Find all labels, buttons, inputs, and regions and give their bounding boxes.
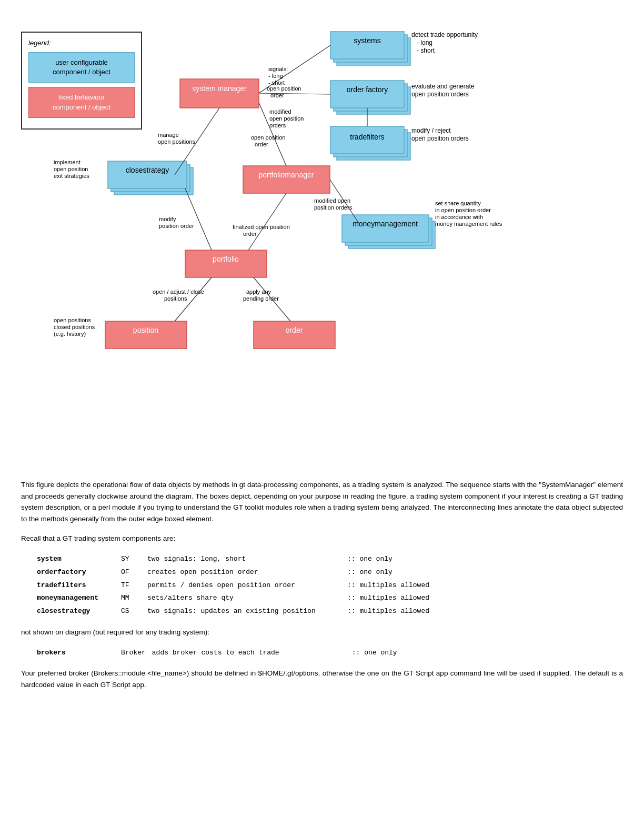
svg-text:modify / reject: modify / reject	[411, 127, 451, 134]
svg-text:- long: - long	[268, 73, 283, 79]
diagram-area: legend: user configurablecomponent / obj…	[11, 11, 633, 463]
page: legend: user configurablecomponent / obj…	[0, 0, 644, 834]
svg-text:open / adjust / close: open / adjust / close	[153, 289, 204, 295]
component-abbr: OF	[121, 566, 147, 579]
component-row: system SY two signals: long, short :: on…	[37, 553, 436, 566]
svg-text:detect trade opportunity: detect trade opportunity	[411, 31, 478, 38]
svg-text:position orders: position orders	[314, 204, 353, 211]
recall-section: Recall that a GT trading system componen…	[21, 533, 623, 618]
svg-text:open positions: open positions	[158, 138, 195, 145]
svg-rect-9	[330, 81, 404, 108]
svg-text:portfolio: portfolio	[213, 255, 239, 263]
component-row: closestrategy CS two signals: updates an…	[37, 605, 436, 618]
brokers-table: brokers Broker adds broker costs to each…	[37, 647, 404, 660]
svg-text:position: position	[133, 326, 158, 334]
broker-abbr: Broker	[121, 647, 152, 660]
svg-text:orders: orders	[269, 122, 286, 128]
svg-text:exit strategies: exit strategies	[54, 173, 89, 179]
component-constraint: :: one only	[347, 553, 436, 566]
component-name: moneymanagement	[37, 592, 121, 605]
svg-text:apply any: apply any	[246, 289, 271, 295]
svg-rect-35	[254, 321, 335, 349]
svg-text:- short: - short	[417, 47, 435, 54]
component-abbr: TF	[121, 579, 147, 592]
component-name: orderfactory	[37, 566, 121, 579]
svg-text:money management rules: money management rules	[435, 221, 502, 227]
component-description: permits / denies open position order	[147, 579, 347, 592]
svg-line-41	[259, 93, 330, 94]
svg-text:modified: modified	[269, 108, 291, 115]
svg-rect-25	[243, 166, 330, 193]
svg-rect-19	[180, 79, 259, 108]
svg-text:set share quantity: set share quantity	[435, 200, 481, 206]
svg-text:modified open: modified open	[314, 197, 350, 204]
component-abbr: CS	[121, 605, 147, 618]
svg-rect-2	[330, 32, 404, 59]
svg-text:open positions: open positions	[54, 317, 91, 323]
svg-text:signals:: signals:	[268, 66, 288, 72]
component-constraint: :: multiples allowed	[347, 592, 436, 605]
svg-text:open position: open position	[54, 166, 88, 172]
component-name: tradefilters	[37, 579, 121, 592]
architecture-diagram: systems detect trade opportunity - long …	[11, 11, 633, 463]
description-paragraph2: Your preferred broker (Brokers::module <…	[21, 668, 623, 690]
component-description: two signals: long, short	[147, 553, 347, 566]
component-row: orderfactory OF creates open position or…	[37, 566, 436, 579]
svg-text:order factory: order factory	[347, 85, 388, 94]
svg-text:finalized open position: finalized open position	[233, 224, 290, 230]
svg-line-67	[248, 193, 286, 250]
svg-text:(e.g. history): (e.g. history)	[54, 331, 86, 337]
svg-text:in open position order: in open position order	[435, 207, 491, 213]
broker-row: brokers Broker adds broker costs to each…	[37, 647, 404, 660]
component-abbr: SY	[121, 553, 147, 566]
svg-text:system manager: system manager	[192, 84, 247, 93]
component-row: tradefilters TF permits / denies open po…	[37, 579, 436, 592]
description-paragraph1: This figure depicts the operational flow…	[21, 479, 623, 524]
component-table: system SY two signals: long, short :: on…	[37, 553, 436, 618]
component-row: moneymanagement MM sets/alters share qty…	[37, 592, 436, 605]
svg-text:order: order	[255, 141, 268, 147]
component-abbr: MM	[121, 592, 147, 605]
svg-text:open position: open position	[267, 85, 301, 92]
svg-rect-29	[342, 215, 429, 242]
svg-text:systems: systems	[354, 36, 380, 45]
svg-text:open position: open position	[251, 134, 285, 141]
svg-line-64	[185, 188, 212, 250]
svg-rect-33	[105, 321, 187, 349]
svg-text:open position orders: open position orders	[411, 91, 469, 98]
svg-text:moneymanagement: moneymanagement	[353, 220, 418, 228]
svg-text:in accordance with: in accordance with	[435, 214, 483, 220]
component-description: two signals: updates an existing positio…	[147, 605, 347, 618]
component-description: sets/alters share qty	[147, 592, 347, 605]
description-section: This figure depicts the operational flow…	[11, 479, 633, 691]
svg-text:closed positions: closed positions	[54, 324, 95, 330]
svg-text:- long: - long	[417, 39, 432, 46]
svg-text:positions: positions	[164, 295, 187, 302]
not-shown-section: not shown on diagram (but required for a…	[21, 627, 623, 659]
broker-constraint: :: one only	[352, 647, 404, 660]
component-name: closestrategy	[37, 605, 121, 618]
recall-label: Recall that a GT trading system componen…	[21, 533, 623, 544]
svg-text:open position orders: open position orders	[411, 135, 469, 142]
svg-text:order: order	[286, 326, 303, 334]
svg-text:evaluate and generate: evaluate and generate	[411, 83, 475, 90]
component-description: creates open position order	[147, 566, 347, 579]
svg-text:modify: modify	[159, 216, 176, 222]
component-constraint: :: multiples allowed	[347, 605, 436, 618]
svg-text:pending order: pending order	[243, 295, 279, 302]
not-shown-label: not shown on diagram (but required for a…	[21, 627, 623, 638]
svg-text:order: order	[243, 231, 257, 237]
svg-text:order: order	[270, 92, 284, 98]
component-constraint: :: multiples allowed	[347, 579, 436, 592]
svg-text:open position: open position	[269, 115, 304, 122]
svg-text:manage: manage	[158, 132, 179, 138]
broker-description: adds broker costs to each trade	[152, 647, 352, 660]
broker-name: brokers	[37, 647, 121, 660]
component-name: system	[37, 553, 121, 566]
svg-rect-31	[185, 250, 267, 277]
svg-text:implement: implement	[54, 159, 80, 165]
svg-text:portfoliomanager: portfoliomanager	[258, 171, 314, 179]
svg-text:tradefilters: tradefilters	[350, 133, 384, 141]
svg-text:position order: position order	[159, 223, 194, 229]
svg-text:closestrategy: closestrategy	[126, 166, 169, 174]
